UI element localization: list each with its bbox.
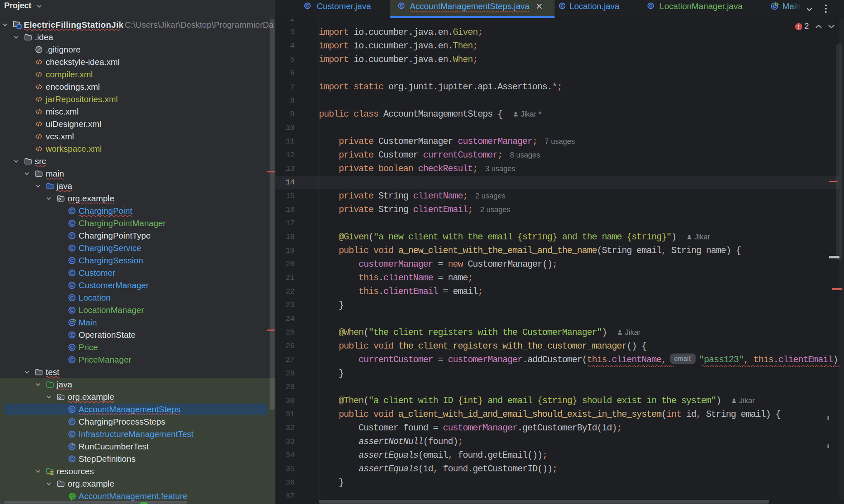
svg-text:C: C <box>70 432 73 437</box>
svg-text:C: C <box>70 221 73 226</box>
svg-text:C: C <box>306 4 309 8</box>
svg-text:C: C <box>70 419 73 424</box>
svg-text:C: C <box>70 258 73 263</box>
svg-text:C: C <box>561 4 564 8</box>
svg-text:C: C <box>400 4 403 8</box>
svg-text:C: C <box>70 246 73 251</box>
svg-text:C: C <box>70 456 73 461</box>
svg-text:C: C <box>70 357 73 362</box>
svg-text:C: C <box>70 270 73 275</box>
svg-text:C: C <box>70 208 73 213</box>
svg-text:C: C <box>70 283 73 288</box>
svg-text:E: E <box>70 233 74 238</box>
svg-text:C: C <box>70 345 73 350</box>
svg-text:C: C <box>70 295 73 300</box>
svg-text:C: C <box>649 4 653 8</box>
svg-text:C: C <box>70 308 73 313</box>
svg-text:E: E <box>70 332 74 337</box>
svg-text:C: C <box>70 407 73 412</box>
